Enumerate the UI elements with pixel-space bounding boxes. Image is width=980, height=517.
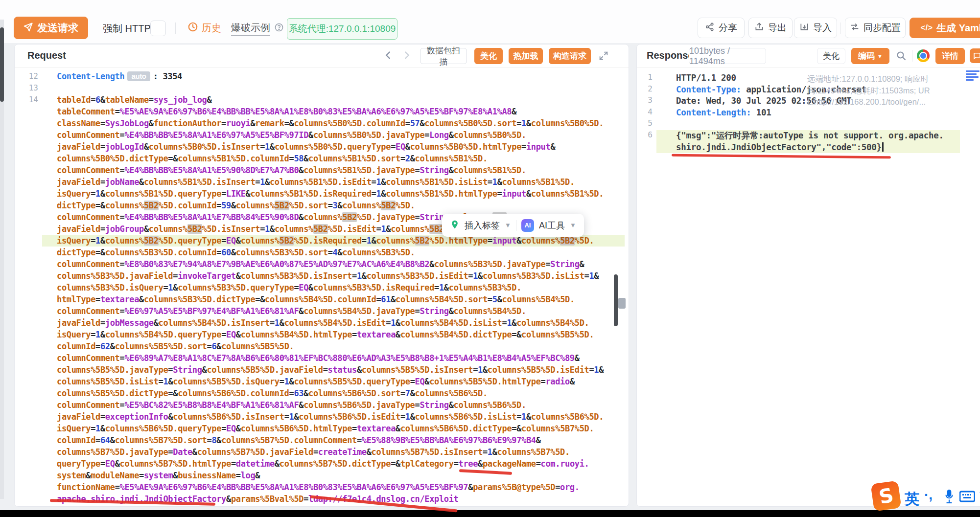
scroll-marker[interactable] (618, 298, 626, 309)
line-number: 14 (19, 95, 38, 104)
clock-icon (187, 22, 198, 35)
system-proxy-badge: 系统代理:127.0.0.1:10809 (287, 18, 397, 40)
construct-request-button[interactable]: 构造请求 (549, 48, 591, 64)
request-line[interactable]: columnComment=%E5%BC%82%E5%B8%B8%E4%BF%A… (42, 399, 625, 411)
sync-config-label: 同步配置 (863, 22, 901, 34)
request-line[interactable]: columnComment=%E4%BB%BB%E5%8A%A1%E5%90%8… (42, 164, 625, 176)
ime-punctuation-toggle[interactable]: ·, (924, 487, 933, 503)
text-cursor (882, 142, 884, 152)
microphone-icon[interactable] (943, 488, 956, 507)
response-beautify-button[interactable]: 美化 (817, 48, 845, 64)
request-line[interactable]: dictType=&columns%5B2%5D.columnId=59&col… (42, 200, 625, 211)
help-icon[interactable] (274, 22, 284, 34)
request-line[interactable]: columns%5B0%5D.dictType=&columns%5B1%5D.… (42, 153, 625, 164)
request-line[interactable]: javaField=jobLogId&columns%5B0%5D.isInse… (42, 141, 625, 153)
request-line[interactable]: columnId=62&columns%5B5%5D.sort=6&column… (42, 340, 625, 352)
response-panel-header: Responses 101bytes / 11494ms 美化 编码 ▼ 详情 (637, 45, 980, 67)
request-line[interactable]: tableComment=%E5%AE%9A%E6%97%B6%E4%BB%BB… (42, 106, 625, 117)
response-line[interactable]: {"msg":"运行时异常:autoType is not support. o… (656, 130, 960, 142)
comment-icon[interactable] (970, 48, 980, 63)
bottom-black-bar (0, 510, 980, 517)
response-line[interactable] (656, 118, 960, 130)
response-meta-annotation: 远端地址:127.0.0.1:10809; 响应时 间:11494ms; 总耗时… (807, 73, 964, 108)
line-number: 12 (19, 71, 38, 81)
force-https-checkbox[interactable] (150, 21, 166, 36)
force-https-label: 强制 HTTPS (103, 22, 157, 35)
request-line[interactable]: columnId=64&columns%5B7%5D.sort=8&column… (42, 434, 625, 446)
line-number: 13 (19, 83, 38, 92)
chevron-down-icon[interactable]: ▼ (505, 222, 511, 229)
request-line[interactable]: columns%5B5%5D.javaType=String&columns%5… (42, 364, 625, 376)
request-line[interactable]: columnComment=%E4%BB%BB%E5%8A%A1%E6%97%A… (42, 129, 625, 141)
request-beautify-button[interactable]: 美化 (474, 48, 503, 64)
response-panel: Responses 101bytes / 11494ms 美化 编码 ▼ 详情 … (636, 44, 980, 507)
request-line[interactable]: javaField=exceptionInfo&columns%5B6%5D.i… (42, 411, 625, 423)
import-icon (799, 22, 809, 34)
request-line[interactable]: columns%5B3%5D.javaField=invokeTarget&co… (42, 270, 625, 282)
request-line[interactable]: javaField=jobMessage&columns%5B4%5D.isIn… (42, 317, 625, 329)
fullscreen-icon[interactable] (598, 50, 609, 63)
request-scrollbar-thumb[interactable] (614, 274, 618, 326)
blast-example-link[interactable]: 爆破示例 (231, 21, 270, 36)
request-line[interactable]: system&moduleName=system&businessName=lo… (42, 470, 625, 481)
divider (840, 22, 840, 34)
request-line[interactable]: javaField=jobName&columns%5B1%5D.isInser… (42, 176, 625, 188)
request-line[interactable]: columnComment=%E6%89%A7%E8%A1%8C%E7%8A%B… (42, 352, 625, 364)
chevron-right-icon[interactable] (401, 49, 412, 64)
history-button[interactable]: 历史 (187, 22, 221, 35)
encode-button[interactable]: 编码 ▼ (851, 48, 889, 64)
minimap (966, 70, 980, 82)
divider (516, 220, 516, 231)
request-line[interactable]: columns%5B5%5D.dictType=&columns%5B6%5D.… (42, 387, 625, 399)
ime-lang-toggle[interactable]: 英 (905, 489, 919, 509)
skin-shirt-icon[interactable] (978, 488, 980, 504)
share-button[interactable]: 分享 (698, 18, 745, 38)
request-line[interactable]: tableId=6&tableName=sys_job_log& (42, 94, 625, 106)
request-line[interactable]: columns%5B7%5D.javaType=Date&columns%5B7… (42, 446, 625, 458)
request-line[interactable]: columns%5B3%5D.isQuery=1&columns%5B3%5D.… (42, 282, 625, 293)
generate-yaml-button[interactable]: </> 生成 Yaml (910, 18, 980, 38)
request-line[interactable]: queryType=EQ&columns%5B7%5D.htmlType=dat… (42, 458, 625, 470)
export-button[interactable]: 导出 (748, 18, 793, 38)
chevron-down-icon[interactable]: ▼ (570, 222, 576, 229)
import-button[interactable]: 导入 (794, 18, 837, 38)
import-label: 导入 (813, 22, 832, 34)
response-line[interactable]: shiro.jndi.JndiObjectFactory","code":500… (656, 142, 960, 154)
share-icon (705, 22, 715, 34)
request-line[interactable]: functionName=%E5%AE%9A%E6%97%B6%E4%BB%BB… (42, 481, 625, 493)
request-line[interactable]: columnComment=%E6%97%A5%E5%BF%97%E4%BF%A… (42, 305, 625, 317)
request-line[interactable]: dictType=&columns%5B3%5D.columnId=60&col… (42, 247, 625, 258)
search-icon[interactable] (895, 50, 907, 64)
send-request-button[interactable]: 发送请求 (14, 17, 88, 39)
divider (175, 22, 176, 34)
request-line[interactable]: className=SysJobLog&functionAuthor=ruoyi… (42, 117, 625, 129)
request-line[interactable]: columnComment=%E8%B0%83%E7%94%A8%E7%9B%A… (42, 258, 625, 270)
send-request-label: 发送请求 (37, 21, 78, 35)
ai-tools-label[interactable]: AI工具 (539, 220, 565, 231)
keyboard-icon[interactable] (959, 491, 975, 504)
request-line[interactable]: isQuery=1&columns%5B1%5D.queryType=LIKE&… (42, 188, 625, 200)
response-stats-badge: 101bytes / 11494ms (689, 48, 766, 64)
hot-reload-button[interactable]: 热加载 (509, 48, 543, 64)
sogou-logo-icon[interactable]: S (870, 480, 901, 511)
packet-scan-button[interactable]: 数据包扫描 (420, 48, 467, 64)
chrome-icon[interactable] (917, 49, 930, 62)
send-icon (23, 22, 33, 34)
insert-tag-label[interactable]: 插入标签 (465, 220, 500, 231)
chevron-left-icon[interactable] (383, 49, 394, 65)
details-button[interactable]: 详情 (935, 48, 965, 64)
export-icon (754, 22, 764, 34)
request-line[interactable]: isQuery=1&columns%5B4%5D.queryType=EQ&co… (42, 329, 625, 340)
request-line[interactable]: htmlType=textarea&columns%5B3%5D.dictTyp… (42, 293, 625, 305)
request-line[interactable]: isQuery=1&columns%5B6%5D.queryType=EQ&co… (42, 423, 625, 434)
sync-config-button[interactable]: 同步配置 (845, 18, 906, 38)
window-scrollbar-thumb[interactable] (0, 27, 4, 102)
generate-yaml-label: 生成 Yaml (936, 22, 980, 35)
ai-icon: AI (521, 219, 534, 232)
response-line[interactable]: Content-Length: 101 (656, 107, 960, 119)
request-line[interactable]: columns%5B5%5D.isList=1&columns%5B5%5D.i… (42, 376, 625, 387)
request-editor[interactable]: Content-Lengthauto: 3354tableId=6&tableN… (42, 70, 625, 505)
floating-toolbar: 插入标签 ▼ AI AI工具 ▼ (442, 214, 584, 237)
code-icon: </> (921, 23, 933, 33)
history-label: 历史 (202, 22, 221, 35)
